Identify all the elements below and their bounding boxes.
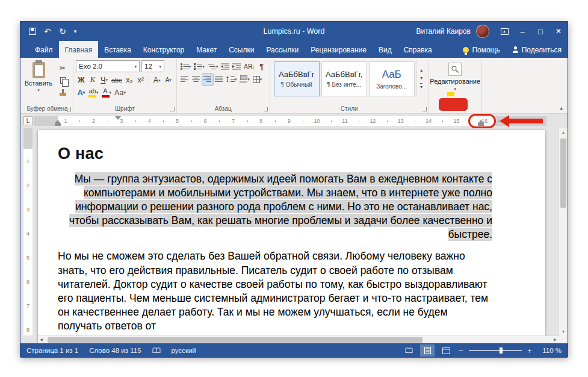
- increase-indent-button[interactable]: [231, 61, 242, 73]
- copy-button[interactable]: [55, 75, 70, 86]
- maximize-button[interactable]: □: [531, 22, 549, 41]
- font-size-combobox[interactable]: 12 ▾: [141, 60, 164, 72]
- tab-assistant[interactable]: Помощь: [457, 41, 506, 58]
- styles-scroll-up-button[interactable]: ▴: [420, 67, 422, 73]
- v-ruler[interactable]: 12345678: [23, 128, 32, 335]
- scroll-up-arrow[interactable]: ▲: [562, 130, 565, 134]
- paragraph[interactable]: Но мы не сможем это сделать без Вашей об…: [58, 249, 492, 333]
- zoom-in-button[interactable]: +: [526, 346, 533, 355]
- tab-help[interactable]: Справка: [398, 41, 438, 58]
- vertical-scroll-thumb[interactable]: [560, 139, 566, 208]
- selected-paragraph[interactable]: Мы — группа энтузиастов, одержимых идеей…: [58, 172, 492, 241]
- cut-button[interactable]: ✂: [55, 63, 70, 73]
- align-right-button[interactable]: [202, 73, 213, 86]
- web-layout-button[interactable]: [439, 344, 453, 357]
- language-status[interactable]: русский: [172, 347, 196, 354]
- document-heading[interactable]: О нас: [58, 145, 492, 163]
- style-card-normal[interactable]: АаБбВвГг ¶ Обычный: [274, 61, 320, 96]
- sort-button[interactable]: АЯ↓: [243, 61, 255, 73]
- hanging-indent-marker[interactable]: [55, 120, 61, 126]
- dialog-launcher-icon[interactable]: [67, 107, 71, 111]
- style-card-no-spacing[interactable]: АаБбВвГг, ¶ Без инте...: [321, 61, 367, 96]
- user-name[interactable]: Виталий Каиров: [416, 27, 471, 36]
- dialog-launcher-icon[interactable]: [422, 107, 427, 111]
- scroll-down-arrow[interactable]: ▼: [562, 329, 565, 334]
- collapse-ribbon-button[interactable]: ▴: [560, 105, 563, 111]
- horizontal-scrollbar[interactable]: ◀ ▶: [38, 335, 559, 343]
- zoom-slider[interactable]: [469, 350, 522, 351]
- h-ruler[interactable]: 1234567891011121314151617: [34, 116, 546, 126]
- superscript-button[interactable]: x²: [135, 74, 146, 86]
- bold-button[interactable]: Ж: [76, 74, 87, 86]
- tab-review[interactable]: Рецензирование: [305, 41, 373, 58]
- document-page[interactable]: О нас Мы — группа энтузиастов, одержимых…: [38, 130, 545, 343]
- scroll-right-arrow[interactable]: ▶: [554, 337, 557, 342]
- align-center-button[interactable]: [191, 73, 202, 86]
- decrease-indent-button[interactable]: [220, 61, 231, 73]
- save-button[interactable]: [25, 24, 40, 39]
- print-layout-button[interactable]: [420, 344, 435, 357]
- borders-button[interactable]: ▾: [252, 73, 264, 86]
- share-button[interactable]: Поделиться: [506, 41, 568, 58]
- scroll-left-arrow[interactable]: ◀: [40, 337, 43, 342]
- page-count-status[interactable]: Страница 1 из 1: [26, 347, 78, 354]
- ribbon-display-options-button[interactable]: ▴: [495, 22, 513, 41]
- tab-file[interactable]: Файл: [29, 41, 59, 58]
- italic-button[interactable]: К: [87, 74, 98, 86]
- change-case-button[interactable]: Аа▾: [113, 87, 127, 99]
- ruler-row: L 1234567891011121314151617: [20, 114, 568, 128]
- align-left-button[interactable]: [179, 73, 190, 86]
- multilevel-list-button[interactable]: ▾: [206, 61, 220, 73]
- justify-button[interactable]: [214, 73, 224, 86]
- styles-more-button[interactable]: ▾: [420, 83, 422, 90]
- qat-menu-button[interactable]: ▾: [70, 24, 80, 39]
- save-icon: [29, 28, 36, 35]
- style-card-heading1[interactable]: АаБ Заголово...: [369, 61, 415, 96]
- highlight-color-button[interactable]: ab▾: [87, 87, 100, 99]
- text-effects-button[interactable]: А▾: [76, 87, 87, 99]
- dialog-launcher-icon[interactable]: [264, 107, 268, 111]
- tab-home[interactable]: Главная: [59, 41, 99, 58]
- tab-references[interactable]: Ссылки: [223, 41, 260, 58]
- tab-stop-selector[interactable]: L: [23, 116, 32, 125]
- numbered-list-button[interactable]: ▾: [193, 61, 206, 73]
- show-formatting-marks-button[interactable]: ¶: [256, 61, 267, 73]
- tab-layout[interactable]: Макет: [190, 41, 223, 58]
- font-size-value: 12: [144, 63, 152, 70]
- zoom-slider-thumb[interactable]: [500, 347, 503, 354]
- bullet-list-button[interactable]: ▾: [179, 61, 193, 73]
- tab-insert[interactable]: Вставка: [98, 41, 137, 58]
- minimize-button[interactable]: –: [513, 22, 531, 41]
- paste-button[interactable]: Вставить ▾: [24, 60, 53, 98]
- word-count-status[interactable]: Слово 48 из 115: [89, 347, 141, 354]
- editing-button[interactable]: Редактирование ▾: [432, 60, 479, 91]
- strikethrough-button[interactable]: abc: [110, 74, 123, 86]
- read-mode-button[interactable]: [401, 344, 416, 357]
- first-line-indent-marker[interactable]: [115, 116, 121, 120]
- shading-button[interactable]: ▾: [238, 73, 251, 86]
- user-avatar[interactable]: [476, 25, 489, 38]
- close-button[interactable]: ×: [549, 22, 568, 41]
- grow-font-button[interactable]: А▴: [152, 74, 162, 86]
- line-spacing-button[interactable]: ▾: [225, 73, 238, 86]
- shrink-font-button[interactable]: А▾: [163, 74, 174, 86]
- tab-mailings[interactable]: Рассылки: [260, 41, 305, 58]
- dialog-launcher-icon[interactable]: [170, 107, 175, 111]
- clipboard-group-label: Буфер обмена: [22, 105, 73, 112]
- underline-button[interactable]: Ч▾: [99, 74, 110, 86]
- font-name-combobox[interactable]: Exo 2.0 ▾: [76, 60, 140, 72]
- tab-design[interactable]: Конструктор: [137, 41, 190, 58]
- zoom-level[interactable]: 110 %: [537, 347, 562, 354]
- horizontal-scroll-thumb[interactable]: [48, 337, 422, 343]
- text-selection[interactable]: Мы — группа энтузиастов, одержимых идеей…: [69, 172, 492, 241]
- subscript-button[interactable]: x₂: [124, 74, 135, 86]
- font-color-button[interactable]: А▾: [101, 87, 113, 99]
- zoom-out-button[interactable]: −: [457, 346, 465, 355]
- tab-view[interactable]: Вид: [373, 41, 398, 58]
- undo-button[interactable]: ↶: [40, 24, 55, 39]
- proofing-icon[interactable]: [152, 347, 161, 354]
- vertical-scrollbar[interactable]: ▲ ▼: [559, 128, 568, 335]
- redo-button[interactable]: ↻: [55, 24, 70, 39]
- styles-scroll-down-button[interactable]: ▾: [420, 75, 422, 81]
- format-painter-button[interactable]: [55, 87, 70, 98]
